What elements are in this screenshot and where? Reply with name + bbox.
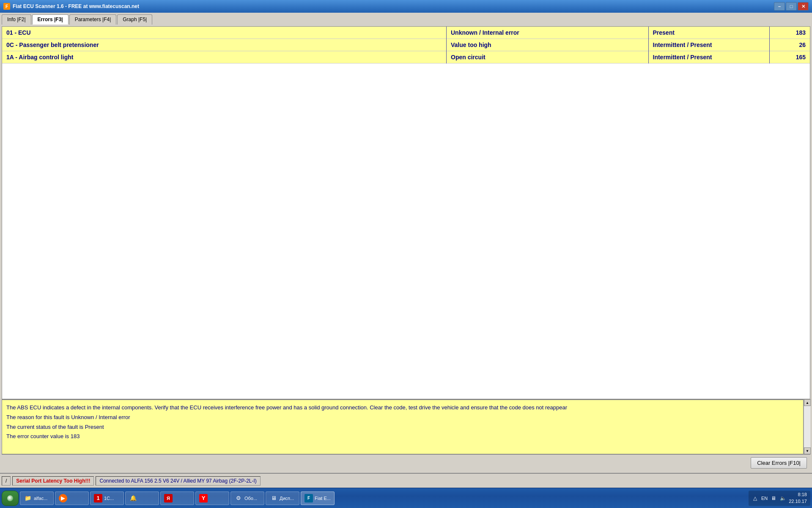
close-button[interactable]: ✕: [798, 2, 809, 11]
taskbar-icon-fiat: F: [304, 494, 313, 502]
description-section: The ABS ECU indicates a defect in the in…: [2, 399, 810, 454]
error-status[interactable]: Present: [648, 27, 770, 39]
error-code[interactable]: 1A - Airbag control light: [2, 51, 447, 64]
taskbar-item-media[interactable]: ▶: [55, 491, 89, 505]
taskbar-label-disp: Дисп...: [280, 496, 294, 501]
table-row[interactable]: 1A - Airbag control light Open circuit I…: [2, 51, 810, 64]
tab-graph[interactable]: Graph |F5|: [117, 14, 152, 25]
main-window: Info |F2| Errors |F3| Parameters |F4| Gr…: [0, 13, 812, 473]
status-bar: / Serial Port Latency Too High!!! Connec…: [0, 473, 812, 488]
scroll-down-button[interactable]: ▼: [804, 447, 811, 454]
taskbar-item-bell[interactable]: 🔔: [125, 491, 159, 505]
taskbar-item-ya[interactable]: Я: [160, 491, 194, 505]
error-table: 01 - ECU Unknown / Internal error Presen…: [2, 27, 810, 64]
scroll-up-button[interactable]: ▲: [804, 399, 811, 406]
tab-errors[interactable]: Errors |F3|: [32, 14, 69, 25]
content-area: 01 - ECU Unknown / Internal error Presen…: [2, 26, 810, 399]
error-status[interactable]: Intermittent / Present: [648, 39, 770, 51]
error-code[interactable]: 01 - ECU: [2, 27, 447, 39]
taskbar-label-obo: Обо...: [244, 496, 257, 501]
description-line3: The current status of the fault is Prese…: [6, 423, 799, 432]
error-type[interactable]: Value too high: [447, 39, 649, 51]
tray-delta-icon: △: [752, 495, 759, 502]
description-line4: The error counter value is 183: [6, 432, 799, 441]
connection-text: Connected to ALFA 156 2.5 V6 24V / Allie…: [99, 478, 256, 484]
system-tray: △ EN 🖥 🔈 8:18 22.10.17: [749, 491, 810, 506]
title-bar: F Fiat ECU Scanner 1.6 - FREE at www.fia…: [0, 0, 812, 13]
tray-volume-icon: 🔈: [779, 495, 786, 502]
taskbar-label-alfac: alfac...: [34, 496, 47, 501]
error-count: 26: [770, 39, 810, 51]
tray-lang: EN: [761, 496, 768, 501]
taskbar-icon-1c: 1: [94, 494, 102, 502]
taskbar-icon-media: ▶: [59, 494, 67, 502]
clear-errors-button[interactable]: Clear Errors |F10|: [751, 457, 807, 469]
taskbar-item-1c[interactable]: 1 1С...: [90, 491, 124, 505]
taskbar-item-alfac[interactable]: 📁 alfac...: [20, 491, 54, 505]
taskbar-item-obo[interactable]: ⚙ Обо...: [230, 491, 264, 505]
table-row[interactable]: 0C - Passenger belt pretensioner Value t…: [2, 39, 810, 51]
divider-symbol: /: [5, 478, 7, 484]
bottom-bar: Clear Errors |F10|: [2, 454, 810, 471]
scroll-track: [804, 406, 810, 447]
taskbar-icon-y: Y: [199, 494, 208, 502]
minimize-button[interactable]: –: [774, 2, 785, 11]
error-type[interactable]: Unknown / Internal error: [447, 27, 649, 39]
taskbar-icon-obo: ⚙: [234, 494, 243, 502]
taskbar-item-y[interactable]: Y: [195, 491, 229, 505]
status-divider-item: /: [2, 476, 11, 486]
taskbar: 📁 alfac... ▶ 1 1С... 🔔 Я Y ⚙ Обо... 🖥 Ди…: [0, 488, 812, 508]
maximize-button[interactable]: □: [786, 2, 797, 11]
start-button[interactable]: [2, 491, 19, 506]
status-connection: Connected to ALFA 156 2.5 V6 24V / Allie…: [96, 476, 260, 486]
taskbar-icon-alfac: 📁: [24, 494, 32, 502]
clock-date: 22.10.17: [789, 498, 807, 505]
app-icon: F: [3, 3, 10, 10]
error-count: 183: [770, 27, 810, 39]
taskbar-label-fiat: Fiat E...: [315, 496, 331, 501]
taskbar-item-disp[interactable]: 🖥 Дисп...: [266, 491, 299, 505]
error-code[interactable]: 0C - Passenger belt pretensioner: [2, 39, 447, 51]
taskbar-item-fiat[interactable]: F Fiat E...: [301, 491, 335, 505]
tab-info[interactable]: Info |F2|: [2, 14, 31, 25]
error-status[interactable]: Intermittent / Present: [648, 51, 770, 64]
tab-parameters[interactable]: Parameters |F4|: [69, 14, 117, 25]
start-orb-icon: [7, 495, 13, 501]
taskbar-icon-disp: 🖥: [269, 494, 278, 502]
warning-text: Serial Port Latency Too High!!!: [16, 478, 90, 484]
description-scrollbar[interactable]: ▲ ▼: [804, 399, 810, 454]
table-row[interactable]: 01 - ECU Unknown / Internal error Presen…: [2, 27, 810, 39]
taskbar-icon-ya: Я: [164, 494, 173, 502]
empty-table-area: [2, 64, 810, 399]
window-title: Fiat ECU Scanner 1.6 - FREE at www.fiate…: [13, 3, 139, 9]
taskbar-label-1c: 1С...: [104, 496, 114, 501]
description-line2: The reason for this fault is Unknown / I…: [6, 413, 799, 422]
error-count: 165: [770, 51, 810, 64]
tab-bar: Info |F2| Errors |F3| Parameters |F4| Gr…: [2, 14, 810, 25]
clock-time: 8:18: [789, 491, 807, 498]
error-type[interactable]: Open circuit: [447, 51, 649, 64]
status-warning: Serial Port Latency Too High!!!: [12, 476, 94, 486]
system-clock: 8:18 22.10.17: [789, 491, 807, 505]
description-box: The ABS ECU indicates a defect in the in…: [2, 399, 804, 454]
taskbar-icon-bell: 🔔: [129, 494, 137, 502]
tray-network-icon: 🖥: [770, 495, 777, 502]
description-line1: The ABS ECU indicates a defect in the in…: [6, 403, 799, 412]
